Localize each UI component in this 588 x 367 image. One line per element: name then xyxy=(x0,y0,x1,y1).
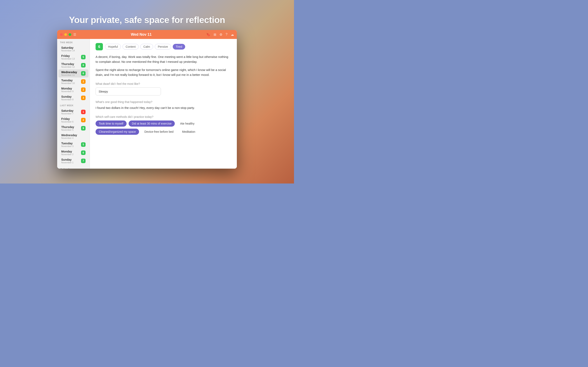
sidebar-day: Sunday xyxy=(61,158,73,161)
selfcare-section: Which self-care methods did I practice t… xyxy=(95,115,231,135)
sidebar-badge: 9 xyxy=(81,126,86,131)
dwarf-answer[interactable]: Sleepy xyxy=(95,87,161,95)
selfcare-tag-cleaned/organized-my-space[interactable]: Cleaned/organized my space xyxy=(95,129,139,135)
sidebar-date: November 3 xyxy=(61,145,73,147)
sidebar-date: November 5 xyxy=(61,129,74,131)
selfcare-tag-took-time-to-myself[interactable]: Took time to myself xyxy=(95,120,127,127)
gear-icon[interactable]: ⚙ xyxy=(219,33,222,36)
sidebar-day: Monday xyxy=(61,150,73,153)
sidebar-item-text: Tuesday November 3 xyxy=(61,142,73,147)
sidebar-badge: 8 xyxy=(81,63,86,67)
sidebar-item-text: Wednesday November 11 xyxy=(61,71,77,76)
menu-icon[interactable]: ☰ xyxy=(73,33,76,36)
sidebar-day: Tuesday xyxy=(61,79,75,82)
sidebar-date: November 2 xyxy=(61,153,73,156)
sidebar-item-sunday[interactable]: Sunday November 8 3 xyxy=(58,94,88,102)
sidebar-day: Thursday xyxy=(61,125,74,129)
selfcare-question: Which self-care methods did I practice t… xyxy=(95,115,231,118)
sidebar-item-monday[interactable]: Monday November 9 2 xyxy=(58,86,88,94)
sidebar-day: Saturday xyxy=(61,109,73,112)
this-week-list: Saturday November 14 Friday November 13 … xyxy=(57,45,90,102)
sidebar-item-lw-friday[interactable]: Friday November 6 2 xyxy=(58,116,88,124)
selfcare-tag-meditation[interactable]: Meditation xyxy=(179,129,199,135)
sidebar-day: Wednesday xyxy=(61,71,77,74)
sidebar-date: November 7 xyxy=(61,112,73,115)
sidebar-date: November 10 xyxy=(61,82,75,84)
last-week-label: LAST WEEK xyxy=(57,102,90,108)
traffic-lights xyxy=(60,33,71,36)
mood-tag-calm[interactable]: Calm xyxy=(140,44,153,50)
sidebar-item-text: Sunday November 1 xyxy=(61,158,73,164)
close-button[interactable] xyxy=(60,33,63,36)
calendar-link[interactable]: Calendar xyxy=(57,165,90,169)
selfcare-tag-device-free-before-bed[interactable]: Device-free before bed xyxy=(141,129,177,135)
sidebar-badge: 7 xyxy=(81,159,86,163)
sidebar-date: November 4 xyxy=(61,137,77,139)
bookmark-icon[interactable]: 🔖 xyxy=(206,33,210,36)
main-content: THIS WEEK Saturday November 14 Friday No… xyxy=(57,39,237,169)
sidebar-item-lw-thursday[interactable]: Thursday November 5 9 xyxy=(58,124,88,132)
minimize-button[interactable] xyxy=(64,33,67,36)
sidebar-badge: 2 xyxy=(81,118,86,122)
sidebar-date: November 9 xyxy=(61,90,73,92)
sidebar-badge: 5 xyxy=(81,142,86,147)
sidebar-date: November 11 xyxy=(61,74,77,76)
sidebar-day: Friday xyxy=(61,117,73,120)
mood-tags: HopefulContentCalmPensiveTired xyxy=(105,44,185,50)
journal-paragraph: Spent the night alone to recharge for to… xyxy=(95,67,231,77)
selfcare-tag-did-at-least-30-mins-of-exercise[interactable]: Did at least 30 mins of exercise xyxy=(129,120,175,127)
good-thing-answer: I found two dollars in the couch! Hey, e… xyxy=(95,106,231,110)
sidebar-badge: 3 xyxy=(81,96,86,100)
sidebar-date: November 1 xyxy=(61,161,73,164)
sidebar-badge: 2 xyxy=(81,87,86,92)
sidebar-item-lw-tuesday[interactable]: Tuesday November 3 5 xyxy=(58,141,88,149)
dwarf-question: What dwarf did I feel the most like? xyxy=(95,82,231,85)
sidebar-item-text: Saturday November 14 xyxy=(61,46,75,52)
titlebar-actions: 🔖 ⊞ ⚙ ? ☁ xyxy=(206,33,234,36)
sidebar-item-tuesday[interactable]: Tuesday November 10 2 xyxy=(58,77,88,86)
sidebar-item-saturday[interactable]: Saturday November 14 xyxy=(58,45,88,53)
sidebar-day: Monday xyxy=(61,87,73,90)
sidebar-item-thursday[interactable]: Thursday November 12 8 xyxy=(58,61,88,69)
mood-tag-content[interactable]: Content xyxy=(122,44,139,50)
mood-tag-tired[interactable]: Tired xyxy=(173,44,185,50)
sidebar-item-text: Wednesday November 4 xyxy=(61,133,77,139)
mood-tag-hopeful[interactable]: Hopeful xyxy=(105,44,121,50)
help-icon[interactable]: ? xyxy=(226,33,227,36)
cloud-icon[interactable]: ☁ xyxy=(231,33,234,36)
sidebar-date: November 14 xyxy=(61,49,75,52)
sidebar-item-lw-saturday[interactable]: Saturday November 7 1 xyxy=(58,108,88,116)
mood-tag-pensive[interactable]: Pensive xyxy=(155,44,171,50)
sidebar-day: Sunday xyxy=(61,95,73,98)
sidebar-day: Thursday xyxy=(61,62,75,66)
sidebar-badge: 6 xyxy=(81,150,86,155)
sidebar: THIS WEEK Saturday November 14 Friday No… xyxy=(57,39,90,169)
sidebar-badge: 6 xyxy=(81,71,86,76)
sidebar-date: November 13 xyxy=(61,58,75,60)
maximize-button[interactable] xyxy=(69,33,71,36)
sidebar-date: November 6 xyxy=(61,120,73,123)
good-thing-question: What's one good thing that happened toda… xyxy=(95,100,231,104)
sidebar-day: Saturday xyxy=(61,46,75,49)
sidebar-date: November 12 xyxy=(61,66,75,68)
sidebar-item-wednesday[interactable]: Wednesday November 11 6 xyxy=(58,69,88,77)
sidebar-item-lw-wednesday[interactable]: Wednesday November 4 xyxy=(58,132,88,141)
mood-row: 6 HopefulContentCalmPensiveTired xyxy=(95,43,231,50)
sidebar-item-friday[interactable]: Friday November 13 5 xyxy=(58,53,88,61)
sidebar-badge: 1 xyxy=(81,110,86,114)
sidebar-date: November 8 xyxy=(61,98,73,101)
grid-icon[interactable]: ⊞ xyxy=(214,33,216,36)
sidebar-item-lw-sunday[interactable]: Sunday November 1 7 xyxy=(58,157,88,165)
sidebar-item-text: Monday November 9 xyxy=(61,87,73,92)
sidebar-item-lw-monday[interactable]: Monday November 2 6 xyxy=(58,149,88,157)
good-thing-section: What's one good thing that happened toda… xyxy=(95,100,231,110)
sidebar-item-text: Sunday November 8 xyxy=(61,95,73,101)
journal-paragraphs: A decent, if boring, day. Work was total… xyxy=(95,54,231,77)
selfcare-tags: Took time to myselfDid at least 30 mins … xyxy=(95,120,231,135)
selfcare-tag-ate-healthy[interactable]: Ate healthy xyxy=(177,120,198,127)
sidebar-item-text: Thursday November 12 xyxy=(61,62,75,68)
sidebar-day: Wednesday xyxy=(61,133,77,137)
sidebar-item-text: Saturday November 7 xyxy=(61,109,73,115)
mood-score: 6 xyxy=(95,43,103,50)
app-window: ☰ Wed Nov 11 🔖 ⊞ ⚙ ? ☁ THIS WEEK Saturda… xyxy=(57,30,237,169)
